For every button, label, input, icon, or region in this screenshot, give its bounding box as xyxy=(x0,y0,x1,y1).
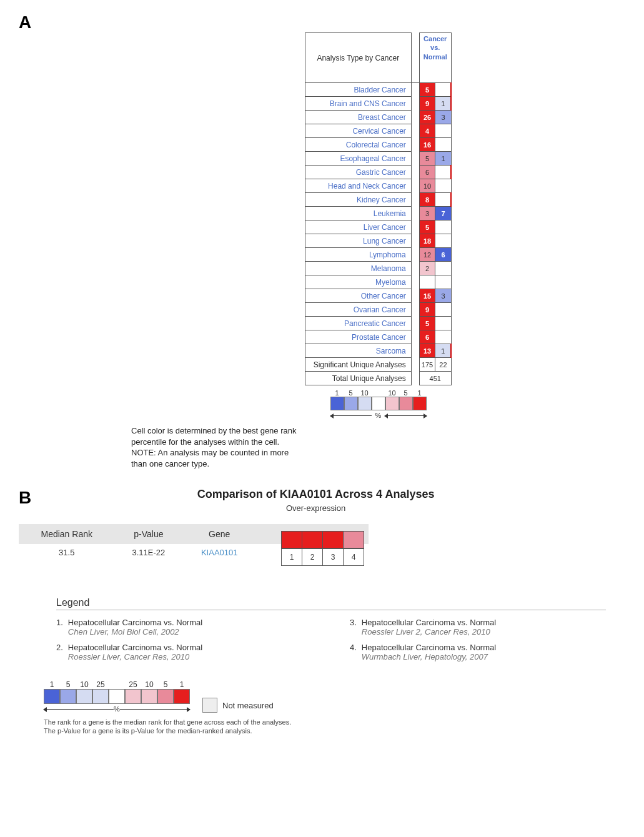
panel-b: B Comparison of KIAA0101 Across 4 Analys… xyxy=(19,488,625,736)
cancer-type-link[interactable]: Prostate Cancer xyxy=(305,330,411,344)
cancer-type-link[interactable]: Head and Neck Cancer xyxy=(305,179,411,193)
over-value: 8 xyxy=(419,193,435,207)
heat-strip: 1234 xyxy=(281,531,625,566)
not-measured-box-icon xyxy=(202,698,217,713)
over-value: 5 xyxy=(419,152,435,166)
cancer-table-wrapper: Analysis Type by Cancer Cancer vs. Norma… xyxy=(131,32,625,419)
table-row: Sarcoma131 xyxy=(305,344,451,358)
cancer-type-link[interactable]: Myeloma xyxy=(305,275,411,289)
legend-swatch-icon xyxy=(76,689,92,704)
legend-swatch-icon xyxy=(141,689,157,704)
sig-under-value: 22 xyxy=(435,358,451,372)
cancer-type-link[interactable]: Bladder Cancer xyxy=(305,83,411,97)
under-value xyxy=(435,220,451,234)
table-row: Head and Neck Cancer10 xyxy=(305,179,451,193)
heat-cell xyxy=(323,531,344,548)
under-value xyxy=(435,317,451,330)
legend-swatch-icon xyxy=(109,689,125,704)
cancer-type-link[interactable]: Melanoma xyxy=(305,262,411,275)
legend-swatch-icon xyxy=(358,397,372,410)
legend-b-title: Legend xyxy=(56,597,606,610)
legend-swatch-icon xyxy=(44,689,60,704)
panel-b-subtitle: Over-expression xyxy=(69,503,563,513)
over-value: 10 xyxy=(419,179,435,193)
over-value: 12 xyxy=(419,248,435,262)
table-row: Gastric Cancer6 xyxy=(305,166,451,179)
over-value: 2 xyxy=(419,262,435,275)
total-analyses-value: 451 xyxy=(419,372,451,385)
table-header-spacer xyxy=(411,33,419,83)
cancer-type-link[interactable]: Brain and CNS Cancer xyxy=(305,97,411,111)
cancer-type-link[interactable]: Sarcoma xyxy=(305,344,411,358)
legend-tick: 25 xyxy=(125,680,141,689)
table-row: Lymphoma126 xyxy=(305,248,451,262)
cancer-type-link[interactable]: Breast Cancer xyxy=(305,111,411,124)
table-header-right: Cancer vs. Normal xyxy=(419,33,451,83)
over-value: 5 xyxy=(419,220,435,234)
legend-swatch-icon xyxy=(344,397,358,410)
legend-tick: 5 xyxy=(399,389,413,397)
table-row: Brain and CNS Cancer91 xyxy=(305,97,451,111)
cancer-type-link[interactable]: Kidney Cancer xyxy=(305,193,411,207)
table-row: Esophageal Cancer51 xyxy=(305,152,451,166)
table-row: Melanoma2 xyxy=(305,262,451,275)
over-value: 9 xyxy=(419,303,435,317)
over-value xyxy=(419,275,435,289)
under-value xyxy=(435,330,451,344)
under-value xyxy=(435,138,451,152)
panel-b-footnote: The rank for a gene is the median rank f… xyxy=(44,718,625,736)
legend-tick: 1 xyxy=(413,389,427,397)
table-row: Colorectal Cancer16 xyxy=(305,138,451,152)
over-value: 6 xyxy=(419,330,435,344)
table-row: Bladder Cancer5 xyxy=(305,83,451,97)
under-value: 7 xyxy=(435,207,451,220)
legend-tick: 10 xyxy=(76,680,92,689)
cancer-type-link[interactable]: Leukemia xyxy=(305,207,411,220)
table-row: Ovarian Cancer9 xyxy=(305,303,451,317)
legend-tick xyxy=(109,680,125,689)
heat-cell-label: 4 xyxy=(344,548,364,566)
legend-tick: 5 xyxy=(60,680,76,689)
heat-cell-label: 1 xyxy=(281,548,302,566)
panel-a: A xyxy=(19,12,625,32)
cancer-type-link[interactable]: Cervical Cancer xyxy=(305,124,411,138)
cancer-type-link[interactable]: Liver Cancer xyxy=(305,220,411,234)
over-value: 4 xyxy=(419,124,435,138)
cancer-type-link[interactable]: Esophageal Cancer xyxy=(305,152,411,166)
legend-scale-a: 15101051 % xyxy=(330,389,427,419)
cancer-type-link[interactable]: Lymphoma xyxy=(305,248,411,262)
table-row: Prostate Cancer6 xyxy=(305,330,451,344)
cancer-type-link[interactable]: Pancreatic Cancer xyxy=(305,317,411,330)
legend-b-items: 1.Hepatocellular Carcinoma vs. NormalChe… xyxy=(56,618,606,661)
panel-b-label: B xyxy=(19,488,31,508)
panel-b-title: Comparison of KIAA0101 Across 4 Analyses xyxy=(69,488,563,501)
col-gene: Gene xyxy=(182,524,256,544)
cancer-type-link[interactable]: Lung Cancer xyxy=(305,234,411,248)
under-value xyxy=(435,303,451,317)
cancer-type-link[interactable]: Colorectal Cancer xyxy=(305,138,411,152)
under-value xyxy=(435,234,451,248)
not-measured-legend: Not measured xyxy=(202,698,274,713)
cancer-type-link[interactable]: Other Cancer xyxy=(305,289,411,303)
over-value: 16 xyxy=(419,138,435,152)
legend-tick: 10 xyxy=(141,680,157,689)
heat-cell xyxy=(302,531,323,548)
p-value: 3.11E-22 xyxy=(114,544,182,561)
cancer-type-link[interactable]: Ovarian Cancer xyxy=(305,303,411,317)
gene-link[interactable]: KIAA0101 xyxy=(182,544,256,561)
legend-swatch-icon xyxy=(372,397,385,410)
over-value: 15 xyxy=(419,289,435,303)
under-value xyxy=(435,166,451,179)
legend-swatch-icon xyxy=(92,689,109,704)
under-value: 3 xyxy=(435,289,451,303)
table-row: Cervical Cancer4 xyxy=(305,124,451,138)
cancer-type-link[interactable]: Gastric Cancer xyxy=(305,166,411,179)
legend-tick: 5 xyxy=(344,389,358,397)
heat-cell xyxy=(344,531,364,548)
median-rank-value: 31.5 xyxy=(19,544,114,561)
table-row: Lung Cancer18 xyxy=(305,234,451,248)
legend-swatch-icon xyxy=(385,397,399,410)
legend-tick: 1 xyxy=(174,680,190,689)
col-median-rank: Median Rank xyxy=(19,524,114,544)
panel-a-footnote: Cell color is determined by the best gen… xyxy=(131,425,306,469)
